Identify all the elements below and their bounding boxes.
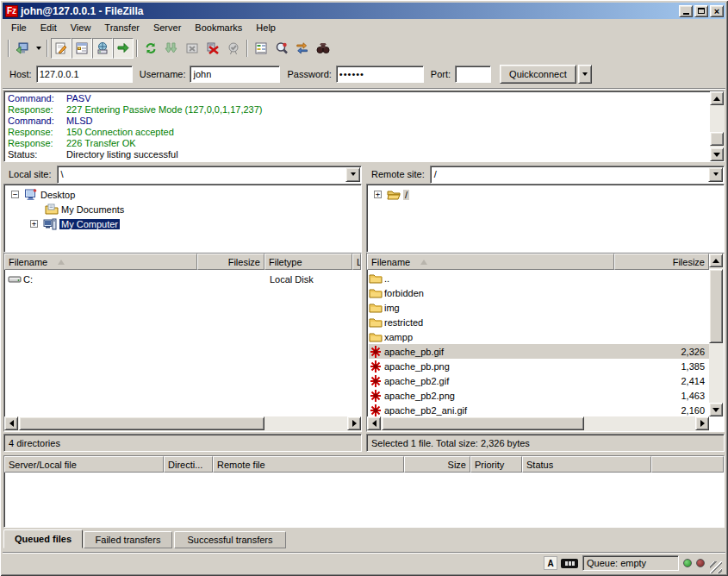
scroll-up-button[interactable] [710, 91, 724, 105]
tree-item-root[interactable]: + / [374, 187, 409, 202]
scroll-left-button[interactable] [367, 416, 381, 430]
local-column-lastmodified[interactable]: L [352, 254, 361, 270]
remote-file-list: Filename Filesize .. forbidden img restr… [366, 253, 725, 432]
remote-site-dropdown[interactable] [708, 167, 723, 182]
local-site-dropdown[interactable] [345, 167, 360, 182]
expand-expander[interactable]: + [374, 191, 382, 198]
queue-column-blank[interactable] [651, 456, 724, 473]
remote-status-bar: Selected 1 file. Total size: 2,326 bytes [366, 434, 725, 452]
quickconnect-button[interactable]: Quickconnect [500, 65, 576, 84]
synchronized-browsing-button[interactable] [292, 38, 313, 59]
scroll-thumb[interactable] [710, 132, 724, 146]
site-manager-button[interactable] [12, 38, 33, 59]
remote-row[interactable]: apache_pb2_ani.gif2,160 [369, 403, 709, 417]
toggle-remote-tree-button[interactable] [92, 38, 113, 59]
remote-row[interactable]: forbidden [369, 285, 709, 300]
menu-edit[interactable]: Edit [34, 21, 64, 34]
local-row-c-drive[interactable]: C: Local Disk [8, 272, 352, 286]
queue-column-local-file[interactable]: Server/Local file [4, 456, 164, 473]
local-site-path: \ [58, 169, 345, 179]
filter-button[interactable] [251, 38, 271, 59]
log-scrollbar[interactable] [710, 91, 725, 161]
close-button[interactable]: × [710, 5, 724, 17]
scroll-thumb[interactable] [19, 416, 264, 430]
refresh-button[interactable] [140, 38, 161, 59]
cancel-operation-button[interactable] [182, 38, 202, 59]
local-site-combo[interactable]: \ [57, 166, 362, 184]
queue-status-text: Queue: empty [587, 558, 646, 568]
remote-row[interactable]: apache_pb2.png1,463 [369, 388, 709, 403]
queue-column-remote-file[interactable]: Remote file [213, 456, 404, 473]
scroll-thumb[interactable] [382, 416, 584, 430]
title-bar[interactable]: Fz john@127.0.0.1 - FileZilla × [3, 3, 725, 19]
remote-column-filename[interactable]: Filename [367, 254, 614, 270]
host-input[interactable] [36, 66, 133, 83]
remote-column-filesize[interactable]: Filesize [614, 254, 709, 270]
sort-ascending-icon [58, 260, 65, 265]
local-hscrollbar[interactable] [4, 416, 361, 431]
site-manager-dropdown[interactable] [33, 39, 44, 58]
ascii-data-type-icon: A [544, 556, 557, 570]
process-queue-button[interactable] [161, 38, 182, 59]
remote-row-selected[interactable]: apache_pb.gif2,326 [369, 344, 709, 359]
remote-row[interactable]: apache_pb2.gif2,414 [369, 373, 709, 388]
status-bar: A Queue: empty [3, 552, 725, 573]
toggle-log-view-button[interactable] [51, 38, 72, 59]
menu-transfer[interactable]: Transfer [97, 21, 146, 34]
tree-item-my-computer[interactable]: + My Computer [30, 216, 120, 231]
collapse-expander[interactable]: − [11, 191, 19, 198]
tab-successful-transfers[interactable]: Successful transfers [174, 531, 286, 548]
remote-vscrollbar[interactable] [709, 254, 724, 416]
resize-grip[interactable] [710, 561, 722, 573]
scroll-down-button[interactable] [709, 403, 723, 416]
tree-item-desktop[interactable]: − Desktop [11, 187, 75, 202]
log-line: Response:226 Transfer OK [4, 138, 724, 149]
find-files-button[interactable] [313, 38, 333, 59]
local-column-filetype[interactable]: Filetype [264, 254, 352, 270]
minimize-button[interactable] [679, 5, 693, 17]
tree-item-my-documents[interactable]: My Documents [30, 202, 124, 216]
image-file-icon [369, 345, 383, 358]
remote-hscrollbar[interactable] [367, 416, 709, 431]
queue-column-direction[interactable]: Directi... [164, 456, 213, 473]
red-led-indicator [696, 559, 705, 567]
tab-failed-transfers[interactable]: Failed transfers [84, 531, 172, 548]
remote-row[interactable]: apache_pb.png1,385 [369, 359, 709, 373]
local-column-filename[interactable]: Filename [4, 254, 197, 270]
scroll-up-button[interactable] [709, 254, 723, 267]
port-input[interactable] [455, 66, 491, 83]
queue-column-priority[interactable]: Priority [470, 456, 522, 473]
remote-row[interactable]: restricted [369, 315, 709, 329]
menu-bookmarks[interactable]: Bookmarks [188, 21, 249, 34]
abort-button[interactable] [223, 38, 244, 59]
password-input[interactable] [336, 66, 424, 83]
queue-column-size[interactable]: Size [404, 456, 470, 473]
menu-server[interactable]: Server [146, 21, 188, 34]
scroll-right-button[interactable] [347, 416, 361, 430]
remote-row[interactable]: img [369, 300, 709, 315]
compare-button[interactable] [271, 38, 292, 59]
quickconnect-dropdown[interactable] [578, 65, 592, 84]
local-column-filesize[interactable]: Filesize [197, 254, 264, 270]
remote-row[interactable]: .. [369, 271, 709, 285]
toggle-local-tree-button[interactable] [72, 38, 92, 59]
remote-site-combo[interactable]: / [430, 166, 725, 184]
menu-help[interactable]: Help [249, 21, 283, 34]
menu-file[interactable]: File [4, 21, 34, 34]
toolbar-separator [47, 40, 48, 57]
username-input[interactable] [190, 66, 280, 83]
remote-site-label: Remote site: [366, 169, 430, 179]
remote-row[interactable]: xampp [369, 329, 709, 344]
maximize-button[interactable] [694, 5, 708, 17]
queue-column-status[interactable]: Status [522, 456, 651, 473]
disconnect-button[interactable] [202, 38, 223, 59]
scroll-down-button[interactable] [710, 147, 724, 161]
scroll-thumb[interactable] [709, 269, 723, 343]
menu-view[interactable]: View [64, 21, 98, 34]
expand-expander[interactable]: + [30, 220, 38, 228]
tab-queued-files[interactable]: Queued files [3, 529, 83, 548]
scroll-left-button[interactable] [4, 416, 18, 430]
scroll-right-button[interactable] [695, 416, 709, 430]
toggle-queue-view-button[interactable] [113, 38, 134, 59]
username-label: Username: [140, 69, 186, 79]
